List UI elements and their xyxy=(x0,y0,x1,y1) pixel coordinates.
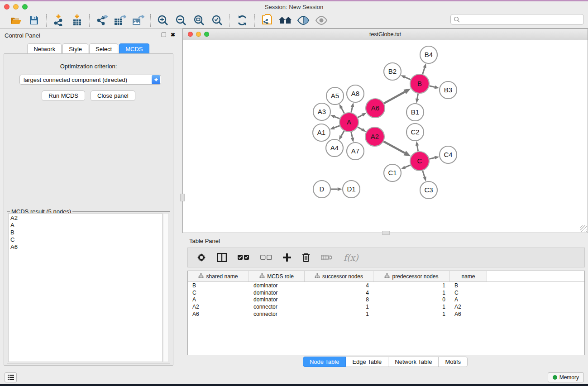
table-row[interactable]: Bdominator41B xyxy=(188,282,584,289)
edge-B-B4[interactable] xyxy=(423,68,425,74)
save-session-icon[interactable] xyxy=(26,14,42,27)
tab-edge-table[interactable]: Edge Table xyxy=(346,357,388,367)
cell-successor-nodes[interactable]: 1 xyxy=(305,311,373,317)
cell-shared-name[interactable]: B xyxy=(188,282,249,289)
close-panel-icon[interactable]: ✖ xyxy=(171,33,175,37)
cell-shared-name[interactable]: C xyxy=(188,290,249,296)
cell-shared-name[interactable]: A6 xyxy=(188,311,249,317)
result-item[interactable]: C xyxy=(10,236,160,243)
zoom-in-icon[interactable] xyxy=(155,14,171,27)
edge-C-C1[interactable] xyxy=(405,165,411,167)
cell-name[interactable]: B xyxy=(450,282,487,289)
export-image-icon[interactable] xyxy=(130,14,146,27)
search-field[interactable] xyxy=(450,14,584,25)
column-header-predecessor-nodes[interactable]: predecessor nodes xyxy=(373,271,450,281)
cell-successor-nodes[interactable]: 1 xyxy=(305,304,373,310)
result-item[interactable]: A xyxy=(10,222,160,229)
cell-MCDS-role[interactable]: connector xyxy=(249,311,305,317)
cell-successor-nodes[interactable]: 4 xyxy=(305,290,373,296)
mcds-result-list[interactable]: A2ABCA6 xyxy=(8,213,163,362)
close-panel-button[interactable]: Close panel xyxy=(91,91,135,101)
table-row[interactable]: A6connector11A6 xyxy=(188,310,584,318)
table-row[interactable]: A2connector11A2 xyxy=(188,303,584,310)
task-history-button[interactable] xyxy=(5,372,17,382)
column-header-successor-nodes[interactable]: successor nodes xyxy=(305,271,373,281)
search-input[interactable] xyxy=(460,16,583,23)
cell-successor-nodes[interactable]: 4 xyxy=(305,282,373,289)
result-scrollbar[interactable] xyxy=(163,213,169,362)
edge-C-C4[interactable] xyxy=(429,158,435,159)
result-item[interactable]: A6 xyxy=(10,243,160,251)
export-network-icon[interactable] xyxy=(94,14,110,27)
add-column-icon[interactable] xyxy=(283,253,291,262)
export-table-icon[interactable] xyxy=(112,14,128,27)
split-handle-bottom[interactable] xyxy=(382,231,390,235)
edge-A-A5[interactable] xyxy=(341,108,344,114)
tab-motifs[interactable]: Motifs xyxy=(439,357,468,367)
edge-A-A1[interactable] xyxy=(334,126,339,128)
cell-predecessor-nodes[interactable]: 0 xyxy=(373,296,450,303)
edge-B-B2[interactable] xyxy=(405,77,411,80)
node-table[interactable]: shared nameMCDS rolesuccessor nodesprede… xyxy=(187,271,585,355)
zoom-selected-icon[interactable] xyxy=(210,14,225,27)
result-item[interactable]: B xyxy=(10,229,160,236)
column-header-name[interactable]: name xyxy=(450,271,487,281)
cell-MCDS-role[interactable]: dominator xyxy=(249,282,305,289)
column-header-shared-name[interactable]: shared name xyxy=(188,271,249,281)
run-mcds-button[interactable]: Run MCDS xyxy=(42,91,85,101)
import-table-icon[interactable] xyxy=(69,14,85,27)
network-canvas[interactable]: B4B2BB3A5A8A6B1A3AA1C2A2A4A7C4CC1C3DD1 xyxy=(183,40,588,233)
show-elements-icon[interactable] xyxy=(314,14,329,27)
delete-icon[interactable] xyxy=(302,253,310,262)
cell-shared-name[interactable]: A xyxy=(188,296,249,303)
columns-icon[interactable] xyxy=(217,253,227,262)
edge-A2-C[interactable] xyxy=(383,142,405,153)
edge-A-A8[interactable] xyxy=(351,107,353,112)
edge-A-A3[interactable] xyxy=(335,117,339,119)
cell-name[interactable]: A xyxy=(450,296,487,303)
column-header-MCDS-role[interactable]: MCDS role xyxy=(249,271,305,281)
criterion-select[interactable]: largest connected component (directed) xyxy=(19,75,161,85)
hide-elements-icon[interactable] xyxy=(296,14,311,27)
edge-B-B1[interactable] xyxy=(417,94,418,99)
cell-name[interactable]: A2 xyxy=(450,304,487,310)
memory-button[interactable]: Memory xyxy=(548,372,584,382)
select-all-icon[interactable] xyxy=(238,255,249,260)
home-network-icon[interactable] xyxy=(277,14,293,27)
network-graph[interactable]: B4B2BB3A5A8A6B1A3AA1C2A2A4A7C4CC1C3DD1 xyxy=(183,40,588,233)
cell-name[interactable]: A6 xyxy=(450,311,487,317)
cell-shared-name[interactable]: A2 xyxy=(188,304,249,310)
split-handle-left[interactable] xyxy=(180,194,185,201)
clone-network-icon[interactable] xyxy=(259,14,275,27)
tab-network-table[interactable]: Network Table xyxy=(388,357,439,367)
cell-predecessor-nodes[interactable]: 1 xyxy=(373,311,450,317)
cell-predecessor-nodes[interactable]: 1 xyxy=(373,282,450,289)
cell-name[interactable]: C xyxy=(450,290,487,296)
network-window-titlebar[interactable]: testGlobe.txt xyxy=(183,29,588,40)
edge-C-C3[interactable] xyxy=(423,171,425,177)
table-row[interactable]: Cdominator41C xyxy=(188,289,584,296)
edge-A-A4[interactable] xyxy=(341,131,344,136)
cell-successor-nodes[interactable]: 8 xyxy=(305,296,373,303)
float-panel-icon[interactable] xyxy=(162,33,166,37)
table-row[interactable]: Adominator80A xyxy=(188,296,584,303)
import-network-icon[interactable] xyxy=(51,14,67,27)
cell-MCDS-role[interactable]: connector xyxy=(249,304,305,310)
tab-node-table[interactable]: Node Table xyxy=(303,357,346,367)
edge-B-B3[interactable] xyxy=(429,86,435,87)
zoom-out-icon[interactable] xyxy=(173,14,189,27)
result-item[interactable]: A2 xyxy=(10,214,160,222)
cell-MCDS-role[interactable]: dominator xyxy=(249,290,305,296)
cell-MCDS-role[interactable]: dominator xyxy=(249,296,305,303)
edge-A6-B[interactable] xyxy=(384,92,405,103)
cell-predecessor-nodes[interactable]: 1 xyxy=(373,290,450,296)
zoom-fit-icon[interactable] xyxy=(191,14,207,27)
edge-A-A6[interactable] xyxy=(358,115,362,117)
edge-C-C2[interactable] xyxy=(417,146,418,151)
edge-A-A2[interactable] xyxy=(358,127,362,129)
open-file-icon[interactable] xyxy=(8,14,24,27)
deselect-all-icon[interactable] xyxy=(260,255,272,260)
window-resize-grip[interactable] xyxy=(580,225,587,232)
cell-predecessor-nodes[interactable]: 1 xyxy=(373,304,450,310)
edge-A-A7[interactable] xyxy=(351,132,353,138)
